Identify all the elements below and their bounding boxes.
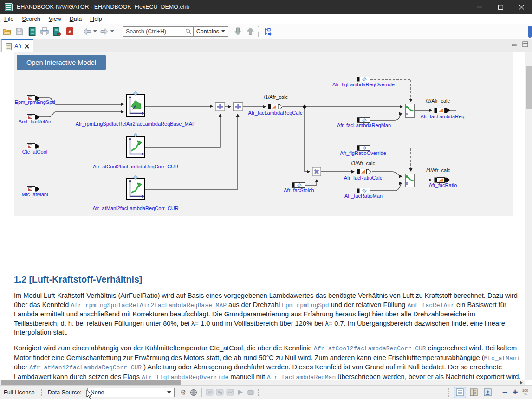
signal-label[interactable]: Ctc_atCool — [22, 149, 47, 154]
calibration-facratioman[interactable] — [357, 188, 370, 193]
signal-label[interactable]: Afr_facLambdaReq — [421, 114, 465, 119]
input-port-mtc[interactable] — [27, 187, 40, 192]
open-interactive-model-button[interactable]: Open Interactive Model — [17, 55, 106, 70]
chevron-down-icon — [93, 30, 97, 32]
output-port-lambdareqcalc[interactable] — [268, 104, 283, 109]
signal-label[interactable]: Epm_rpmEngSpd — [15, 99, 55, 105]
presenter-view-button[interactable] — [482, 387, 494, 398]
toolbar-overflow-handle[interactable] — [528, 26, 532, 38]
horizontal-scrollbar[interactable] — [0, 380, 525, 385]
calibration-label[interactable]: Afr_facRatioMan — [344, 193, 383, 199]
output-port-facratio[interactable] — [435, 178, 451, 183]
menu-file[interactable]: File — [0, 14, 18, 24]
down-arrow-icon — [234, 27, 241, 35]
curve-label[interactable]: Afr_atCool2facLambdaReqCorr_CUR — [93, 164, 178, 169]
tab-label: Afr — [14, 43, 22, 50]
map-label[interactable]: Afr_rpmEngSpdfacRelAir2facLambdaReqBase_… — [76, 121, 196, 127]
data-source-select[interactable]: None — [87, 388, 175, 397]
menu-help[interactable]: Help — [86, 14, 106, 24]
show-in-model-button[interactable] — [262, 26, 273, 37]
output-port-facratiocalc[interactable] — [357, 169, 371, 174]
multiply-block[interactable] — [312, 167, 321, 176]
adder-block-2[interactable] — [234, 103, 243, 111]
measurement-icon — [206, 389, 214, 396]
find-previous-button[interactable] — [245, 26, 256, 37]
signal-label[interactable]: Afr_facLambdaReqCalc — [248, 110, 303, 116]
calibration-ratiooverride[interactable] — [357, 146, 370, 151]
experiment-window-button[interactable] — [225, 387, 235, 398]
tab-afr[interactable]: Afr — [1, 39, 33, 52]
curve-block-atmani[interactable] — [126, 175, 145, 200]
close-button[interactable] — [511, 0, 532, 14]
navigate-forward-button[interactable] — [99, 26, 110, 37]
data-settings-button[interactable]: ⚙ — [178, 387, 188, 398]
export-pdf-button[interactable] — [64, 26, 75, 37]
zoom-in-button[interactable]: + — [510, 387, 520, 398]
print-button[interactable] — [39, 26, 50, 37]
menu-search[interactable]: Search — [18, 14, 45, 24]
switch-block-lambda[interactable] — [406, 104, 415, 118]
signal-label[interactable]: Mtc_atMani — [22, 192, 48, 197]
switch-block-ratio[interactable] — [406, 174, 415, 187]
signal-label[interactable]: Afr_facRatio — [429, 182, 457, 188]
find-next-button[interactable] — [232, 26, 243, 37]
data-globe-button[interactable] — [188, 387, 199, 398]
calibration-label[interactable]: Afr_flgRatioOverride — [340, 150, 386, 156]
chevron-down-icon — [110, 30, 114, 32]
vertical-scrollbar-thumb[interactable] — [526, 66, 532, 109]
open-file-button[interactable] — [1, 26, 13, 37]
calibration-facstoich[interactable] — [292, 183, 305, 188]
curve-block-atcool[interactable] — [126, 133, 145, 158]
maximize-panel-icon[interactable] — [522, 41, 528, 47]
export-book-button[interactable] — [52, 26, 63, 37]
data-source-label: Data Source: — [44, 389, 85, 396]
calibration-label[interactable]: Afr_flgLambdaReqOverride — [332, 82, 395, 87]
menu-data[interactable]: Data — [65, 14, 86, 24]
signal-label[interactable]: Amf_facRelAir — [19, 119, 52, 124]
curve-label[interactable]: Afr_atMani2facLambdaReqCorr_CUR — [92, 206, 178, 211]
menu-view-accel: V — [49, 16, 52, 22]
output-port-faclambdareq[interactable] — [435, 108, 451, 113]
menu-view[interactable]: View — [45, 14, 65, 24]
signal-label[interactable]: Afr_facRatioCalc — [344, 175, 383, 180]
minimize-panel-icon[interactable] — [512, 41, 518, 47]
path-label: /2/Afr_calc — [426, 98, 450, 103]
statusbar-separator — [201, 388, 202, 397]
wires — [39, 79, 456, 191]
menu-bar: File Search View Data Help — [0, 14, 532, 24]
split-view-button[interactable] — [468, 387, 480, 398]
zoom-out-button[interactable]: − — [500, 387, 510, 398]
measurement-window-button[interactable] — [205, 387, 215, 398]
save-icon — [15, 27, 24, 36]
vertical-scrollbar[interactable] — [525, 52, 532, 380]
adder-block-1[interactable] — [215, 103, 225, 111]
back-history-dropdown[interactable] — [93, 26, 97, 37]
zoom-reset-button[interactable]: 100 % — [522, 389, 528, 396]
horizontal-scrollbar-thumb[interactable] — [1, 380, 181, 385]
statusbar-grip — [448, 388, 450, 397]
save-button[interactable] — [14, 26, 25, 37]
scroll-right-arrow-icon[interactable] — [520, 381, 523, 385]
print-icon — [40, 27, 49, 36]
calibration-label[interactable]: Afr_facStoich — [284, 187, 314, 193]
back-arrow-icon — [83, 28, 92, 35]
maximize-icon — [498, 5, 503, 10]
start-measurement-button[interactable] — [235, 387, 246, 398]
single-page-view-button[interactable] — [454, 387, 466, 398]
search-input[interactable] — [123, 27, 184, 36]
calibration-lambdareqoverride[interactable] — [357, 77, 370, 82]
match-mode-dropdown[interactable]: Contains — [193, 26, 228, 37]
calibration-label[interactable]: Afr_facLambdaReqMan — [337, 122, 391, 128]
input-port-ctc[interactable] — [27, 144, 40, 149]
mouse-cursor — [86, 390, 93, 399]
stop-measurement-button[interactable] — [246, 387, 256, 398]
forward-history-dropdown[interactable] — [110, 26, 115, 37]
minimize-button[interactable] — [469, 0, 490, 14]
map-block[interactable] — [126, 91, 145, 117]
maximize-button[interactable] — [490, 0, 511, 14]
navigate-back-button[interactable] — [82, 26, 93, 37]
open-book-button[interactable] — [26, 26, 38, 37]
calibration-window-button[interactable] — [215, 387, 225, 398]
calibration-lambdareqman[interactable] — [357, 118, 370, 123]
tab-close-icon[interactable] — [25, 44, 29, 49]
